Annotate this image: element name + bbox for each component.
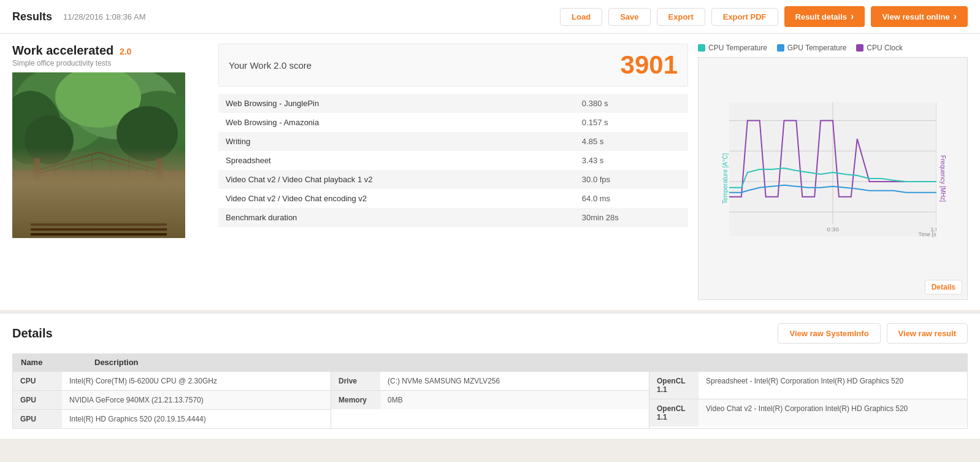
- svg-point-7: [117, 106, 178, 161]
- results-row: Video Chat v2 / Video Chat encoding v264…: [218, 189, 688, 208]
- cpu-key: CPU: [13, 372, 62, 390]
- export-button[interactable]: Export: [657, 8, 705, 26]
- legend-cpu-clock: CPU Clock: [856, 44, 903, 52]
- result-value: 64.0 ms: [575, 189, 688, 208]
- results-row: Benchmark duration30min 28s: [218, 208, 688, 227]
- result-name: Web Browsing - Amazonia: [218, 113, 575, 132]
- export-pdf-button[interactable]: Export PDF: [711, 8, 778, 26]
- drive-row: Drive (C:) NVMe SAMSUNG MZVLV256: [331, 372, 649, 391]
- svg-line-15: [99, 152, 159, 171]
- gpu1-row: GPU NVIDIA GeForce 940MX (21.21.13.7570): [13, 391, 331, 410]
- load-button[interactable]: Load: [560, 8, 602, 26]
- opencl1-key: OpenCL 1.1: [649, 372, 699, 399]
- cpu-clock-label: CPU Clock: [867, 44, 903, 52]
- result-name: Writing: [218, 132, 575, 151]
- chevron-right-icon: ›: [954, 11, 957, 22]
- chevron-right-icon: ›: [851, 11, 854, 22]
- chart-details-button[interactable]: Details: [925, 280, 962, 295]
- svg-rect-8: [12, 171, 185, 238]
- cpu-value: Intel(R) Core(TM) i5-6200U CPU @ 2.30GHz: [62, 372, 331, 390]
- results-row: Web Browsing - JunglePin0.380 s: [218, 94, 688, 113]
- result-value: 30min 28s: [575, 208, 688, 227]
- benchmark-version: 2.0: [120, 47, 131, 56]
- bridge-svg: [12, 72, 185, 238]
- result-value: 30.0 fps: [575, 170, 688, 189]
- left-panel: Work accelerated 2.0 Simple office produ…: [12, 44, 209, 300]
- result-value: 0.157 s: [575, 113, 688, 132]
- details-header-buttons: View raw SystemInfo View raw result: [778, 323, 968, 344]
- cpu-temp-label: CPU Temperature: [708, 44, 767, 52]
- svg-rect-26: [74, 214, 124, 238]
- y-axis-left-label: Temperature [A°C]: [722, 153, 729, 204]
- result-name: Web Browsing - JunglePin: [218, 94, 575, 113]
- chart-legend: CPU Temperature GPU Temperature CPU Cloc…: [698, 44, 968, 52]
- svg-rect-18: [34, 158, 40, 214]
- details-title: Details: [12, 326, 53, 341]
- results-row: Spreadsheet3.43 s: [218, 151, 688, 170]
- legend-gpu-temp: GPU Temperature: [777, 44, 847, 52]
- view-result-online-button[interactable]: View result online ›: [871, 6, 968, 27]
- svg-text:Time [s]: Time [s]: [919, 231, 936, 237]
- results-row: Web Browsing - Amazonia0.157 s: [218, 113, 688, 132]
- benchmark-description: Simple office productivity tests: [12, 59, 131, 67]
- benchmark-header: Work accelerated 2.0 Simple office produ…: [12, 44, 209, 67]
- gpu2-row: GPU Intel(R) HD Graphics 520 (20.19.15.4…: [13, 410, 331, 428]
- memory-value: 0MB: [380, 391, 649, 409]
- svg-rect-10: [37, 184, 159, 189]
- result-value: 0.380 s: [575, 94, 688, 113]
- view-raw-result-button[interactable]: View raw result: [887, 323, 968, 344]
- legend-cpu-temp: CPU Temperature: [698, 44, 767, 52]
- svg-text:0:30: 0:30: [827, 226, 839, 233]
- view-raw-sysinfo-button[interactable]: View raw SystemInfo: [778, 323, 880, 344]
- details-header: Details View raw SystemInfo View raw res…: [12, 323, 968, 344]
- result-name: Video Chat v2 / Video Chat encoding v2: [218, 189, 575, 208]
- chart-container: Temperature [A°C] Frequency [MHz] 20 40 …: [698, 57, 968, 300]
- result-name: Benchmark duration: [218, 208, 575, 227]
- details-section: Details View raw SystemInfo View raw res…: [0, 312, 980, 439]
- gpu-temp-color-dot: [777, 44, 784, 52]
- results-row: Writing4.85 s: [218, 132, 688, 151]
- result-date: 11/28/2016 1:08:36 AM: [63, 12, 145, 21]
- opencl-info-column: OpenCL 1.1 Spreadsheet - Intel(R) Corpor…: [649, 372, 967, 428]
- details-data-area: CPU Intel(R) Core(TM) i5-6200U CPU @ 2.3…: [12, 371, 968, 429]
- score-row: Your Work 2.0 score 3901: [218, 44, 688, 87]
- page-title: Results: [12, 10, 52, 23]
- chart-svg: 20 40 60 0 2000 0:30 1:00 Time [s]: [729, 64, 936, 275]
- opencl2-row: OpenCL 1.1 Video Chat v2 - Intel(R) Corp…: [649, 399, 967, 426]
- main-content: Work accelerated 2.0 Simple office produ…: [0, 34, 980, 310]
- results-table: Web Browsing - JunglePin0.380 sWeb Brows…: [218, 94, 688, 227]
- results-row: Video Chat v2 / Video Chat playback 1 v2…: [218, 170, 688, 189]
- y-axis-right-label: Frequency [MHz]: [939, 155, 946, 202]
- svg-rect-12: [37, 199, 159, 204]
- memory-key: Memory: [331, 391, 380, 409]
- cpu-row: CPU Intel(R) Core(TM) i5-6200U CPU @ 2.3…: [13, 372, 331, 391]
- save-button[interactable]: Save: [608, 8, 650, 26]
- score-value: 3901: [621, 50, 678, 80]
- score-label: Your Work 2.0 score: [229, 60, 312, 71]
- result-details-button[interactable]: Result details ›: [784, 6, 865, 27]
- result-value: 3.43 s: [575, 151, 688, 170]
- gpu1-value: NVIDIA GeForce 940MX (21.21.13.7570): [62, 391, 331, 409]
- opencl2-key: OpenCL 1.1: [649, 399, 699, 426]
- gpu2-key: GPU: [13, 410, 62, 428]
- right-panel: CPU Temperature GPU Temperature CPU Cloc…: [698, 44, 968, 300]
- opencl1-row: OpenCL 1.1 Spreadsheet - Intel(R) Corpor…: [649, 372, 967, 399]
- svg-rect-19: [156, 158, 163, 214]
- cpu-temp-color-dot: [698, 44, 705, 52]
- cpu-clock-color-dot: [856, 44, 863, 52]
- benchmark-name: Work accelerated: [12, 44, 113, 57]
- opencl2-value: Video Chat v2 - Intel(R) Corporation Int…: [699, 399, 967, 426]
- header-bar: Results 11/28/2016 1:08:36 AM Load Save …: [0, 0, 980, 34]
- gpu2-value: Intel(R) HD Graphics 520 (20.19.15.4444): [62, 410, 331, 428]
- svg-point-6: [25, 115, 74, 164]
- result-value: 4.85 s: [575, 132, 688, 151]
- benchmark-title-block: Work accelerated 2.0 Simple office produ…: [12, 44, 131, 67]
- svg-line-14: [37, 152, 99, 171]
- gpu-temp-label: GPU Temperature: [787, 44, 847, 52]
- drive-key: Drive: [331, 372, 380, 390]
- svg-rect-9: [37, 177, 159, 182]
- svg-rect-13: [37, 206, 159, 211]
- system-info-column: CPU Intel(R) Core(TM) i5-6200U CPU @ 2.3…: [13, 372, 331, 428]
- svg-line-16: [37, 158, 99, 174]
- gpu1-key: GPU: [13, 391, 62, 409]
